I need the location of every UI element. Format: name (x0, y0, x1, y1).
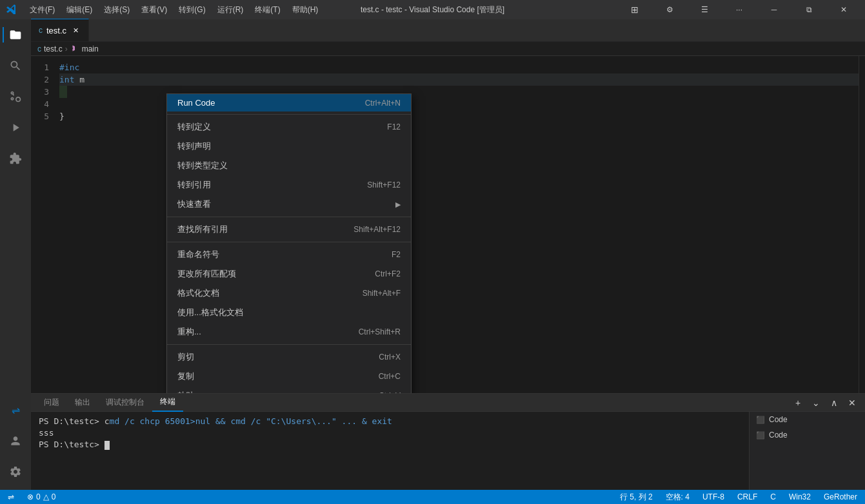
tab-label: test.c (46, 26, 66, 35)
status-encoding-label: UTF-8 (702, 492, 724, 501)
minimize-button[interactable]: ─ (759, 0, 789, 19)
cm-rename[interactable]: 重命名符号 F2 (167, 245, 411, 264)
terminal-line-1: PS D:\testc> cmd /c chcp 65001>nul && cm… (39, 416, 741, 427)
editor-panel-container: c test.c ✕ c test.c › main 1 (31, 19, 865, 490)
panel-tab-debug[interactable]: 调试控制台 (98, 394, 152, 412)
cm-goto-decl-label: 转到声明 (177, 141, 390, 152)
status-spaces-label: 空格: 4 (666, 492, 690, 503)
status-spaces[interactable]: 空格: 4 (663, 490, 692, 504)
cm-quick-peek[interactable]: 快速查看 ▶ (167, 195, 411, 214)
status-error-count: 0 (36, 492, 41, 501)
settings-icon[interactable]: ⚙ (655, 0, 684, 19)
cm-goto-typedef-label: 转到类型定义 (177, 160, 390, 171)
terminal-line-2: sss (39, 427, 741, 439)
status-notifications[interactable]: GeRother (821, 490, 860, 504)
layout-icon[interactable]: ⊞ (620, 0, 650, 19)
cm-copy[interactable]: 复制 Ctrl+C (167, 367, 411, 386)
menu-goto[interactable]: 转到(G) (174, 2, 210, 18)
minimap[interactable] (859, 56, 865, 393)
status-line-ending-label: CRLF (737, 492, 757, 501)
cm-format-doc-shortcut: Shift+Alt+F (363, 289, 401, 298)
menu-edit[interactable]: 编辑(E) (61, 2, 97, 18)
cm-goto-decl[interactable]: 转到声明 (167, 137, 411, 156)
cm-format-doc[interactable]: 格式化文档 Shift+Alt+F (167, 284, 411, 303)
activity-explorer[interactable] (3, 22, 28, 48)
cm-refactor[interactable]: 重构... Ctrl+Shift+R (167, 322, 411, 342)
status-errors[interactable]: ⊗ 0 △ 0 (25, 490, 58, 504)
cm-goto-ref-shortcut: Shift+F12 (367, 180, 401, 189)
breadcrumb-separator: › (65, 44, 68, 53)
status-encoding[interactable]: UTF-8 (700, 490, 727, 504)
status-os[interactable]: Win32 (786, 490, 813, 504)
status-position[interactable]: 行 5, 列 2 (617, 490, 655, 504)
terminal-prompt-3: PS D:\testc> (39, 440, 104, 449)
panel-controls: + ⌄ ∧ ✕ (790, 395, 860, 411)
more-actions[interactable]: ··· (724, 0, 754, 19)
close-button[interactable]: ✕ (829, 0, 859, 19)
status-right: 行 5, 列 2 空格: 4 UTF-8 CRLF C Win32 GeRoth… (617, 490, 860, 504)
sidebar-toggle[interactable]: ☰ (690, 0, 719, 19)
menu-terminal[interactable]: 终端(T) (250, 2, 285, 18)
terminal-cmd-1: md /c chcp 65001>nul && cmd /c "C:\Users… (110, 416, 392, 426)
cm-goto-ref-label: 转到引用 (177, 179, 357, 191)
cm-format-with[interactable]: 使用...格式化文档 (167, 303, 411, 322)
cm-find-all-ref-label: 查找所有引用 (177, 224, 343, 235)
terminal-line-3: PS D:\testc> (39, 439, 741, 451)
cm-copy-shortcut: Ctrl+C (379, 372, 401, 381)
rs-terminal-label-2: Code (769, 431, 788, 440)
cm-sep-3 (167, 242, 411, 242)
cm-goto-def[interactable]: 转到定义 F12 (167, 117, 411, 137)
status-language[interactable]: C (768, 490, 779, 504)
activity-run[interactable] (3, 115, 28, 141)
terminal-output-1: sss (39, 428, 54, 438)
cm-run-code[interactable]: Run Code Ctrl+Alt+N (167, 94, 411, 111)
status-error-icon: ⊗ (27, 492, 34, 501)
breadcrumb-symbol[interactable]: main (82, 44, 99, 53)
restore-button[interactable]: ⧉ (794, 0, 824, 19)
panel-add-button[interactable]: + (790, 395, 806, 411)
cm-goto-typedef[interactable]: 转到类型定义 (167, 156, 411, 175)
status-position-label: 行 5, 列 2 (620, 492, 653, 503)
activity-extensions[interactable] (3, 146, 28, 171)
activity-settings[interactable] (3, 459, 28, 485)
activity-bottom: ⇌ (3, 397, 28, 490)
activity-remote[interactable]: ⇌ (3, 397, 28, 423)
cm-change-all[interactable]: 更改所有匹配项 Ctrl+F2 (167, 264, 411, 284)
panel-maximize-button[interactable]: ∧ (826, 395, 842, 411)
bottom-panel: 问题 输出 调试控制台 终端 + ⌄ ∧ ✕ PS D:\testc> cmd … (31, 393, 865, 490)
tab-test-c[interactable]: c test.c ✕ (31, 19, 89, 41)
cm-cut[interactable]: 剪切 Ctrl+X (167, 347, 411, 367)
status-line-ending[interactable]: CRLF (735, 490, 760, 504)
status-remote[interactable]: ⇌ (5, 490, 17, 504)
cm-paste[interactable]: 粘贴 Ctrl+V (167, 386, 411, 393)
code-line-3 (59, 86, 67, 98)
cm-find-all-ref[interactable]: 查找所有引用 Shift+Alt+F12 (167, 220, 411, 239)
cm-goto-ref[interactable]: 转到引用 Shift+F12 (167, 175, 411, 195)
terminal-content[interactable]: PS D:\testc> cmd /c chcp 65001>nul && cm… (31, 412, 749, 490)
breadcrumb-file[interactable]: test.c (44, 44, 63, 53)
menu-file[interactable]: 文件(F) (25, 2, 60, 18)
panel-tab-problems[interactable]: 问题 (36, 394, 67, 412)
rs-terminal-2[interactable]: ⬛ Code (750, 427, 865, 443)
activity-search[interactable] (3, 53, 28, 79)
cm-refactor-shortcut: Ctrl+Shift+R (359, 327, 401, 336)
panel-more-button[interactable]: ⌄ (808, 395, 824, 411)
code-line-1: #inc (59, 61, 859, 73)
panel-close-button[interactable]: ✕ (844, 395, 860, 411)
rs-terminal-icon-2: ⬛ (756, 431, 765, 440)
rs-terminal-1[interactable]: ⬛ Code (750, 412, 865, 427)
activity-scm[interactable] (3, 84, 28, 110)
panel-tab-output[interactable]: 输出 (67, 394, 98, 412)
code-line-2: int m (59, 73, 859, 86)
menu-select[interactable]: 选择(S) (99, 2, 135, 18)
status-bar: ⇌ ⊗ 0 △ 0 行 5, 列 2 空格: 4 UTF-8 CRLF (0, 490, 865, 504)
menu-help[interactable]: 帮助(H) (287, 2, 324, 18)
menu-view[interactable]: 查看(V) (136, 2, 172, 18)
panel-tab-terminal[interactable]: 终端 (152, 394, 183, 412)
editor-layout: ⇌ c test.c ✕ (0, 19, 865, 490)
activity-account[interactable] (3, 428, 28, 454)
status-notifications-label: GeRother (824, 492, 857, 501)
cm-paste-label: 粘贴 (177, 390, 368, 393)
tab-close-button[interactable]: ✕ (70, 25, 81, 35)
menu-run[interactable]: 运行(R) (212, 2, 249, 18)
